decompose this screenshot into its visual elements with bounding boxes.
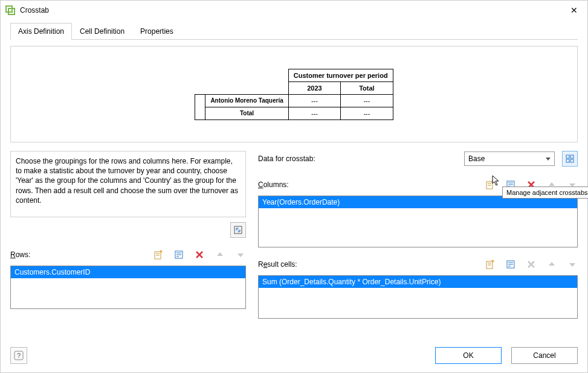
help-button[interactable]: ? bbox=[10, 347, 27, 364]
cursor-icon bbox=[492, 175, 500, 186]
tab-cell-definition[interactable]: Cell Definition bbox=[72, 23, 132, 40]
col-header: 2023 bbox=[288, 81, 340, 94]
delete-row-button[interactable] bbox=[194, 249, 205, 260]
result-label: Result cells: bbox=[258, 260, 297, 269]
edit-result-button[interactable] bbox=[505, 259, 516, 270]
list-item[interactable]: Customers.CustomerID bbox=[11, 266, 245, 278]
dialog-footer: ? OK Cancel bbox=[10, 347, 578, 364]
left-column: Choose the groupings for the rows and co… bbox=[10, 151, 246, 319]
dialog-content: Axis Definition Cell Definition Properti… bbox=[1, 20, 587, 326]
tab-bar: Axis Definition Cell Definition Properti… bbox=[10, 22, 578, 40]
data-select[interactable]: Base bbox=[464, 151, 555, 166]
row-stub bbox=[195, 94, 205, 120]
data-label: Data for crosstab: bbox=[258, 155, 315, 163]
crosstab-table: Customer turnover per period 2023 Total … bbox=[195, 69, 393, 120]
cancel-button[interactable]: Cancel bbox=[511, 347, 578, 364]
svg-rect-13 bbox=[570, 159, 573, 162]
close-button[interactable]: ✕ bbox=[566, 3, 583, 18]
rows-label: Rows: bbox=[10, 250, 30, 259]
crosstab-title: Customer turnover per period bbox=[288, 69, 393, 81]
app-icon bbox=[5, 5, 15, 15]
data-cell: --- bbox=[341, 94, 393, 107]
description-text: Choose the groupings for the rows and co… bbox=[10, 151, 246, 217]
dialog-window: Crosstab ✕ Axis Definition Cell Definiti… bbox=[0, 0, 588, 373]
new-result-button[interactable] bbox=[485, 259, 496, 270]
svg-rect-10 bbox=[566, 155, 569, 158]
result-listbox[interactable]: Sum (Order_Details.Quantity * Order_Deta… bbox=[258, 275, 578, 319]
ok-button[interactable]: OK bbox=[435, 347, 502, 364]
new-row-button[interactable] bbox=[153, 249, 164, 260]
result-header: Result cells: bbox=[258, 257, 578, 272]
tab-properties[interactable]: Properties bbox=[132, 23, 181, 40]
row-header: Antonio Moreno Taquería bbox=[205, 94, 288, 107]
delete-result-button[interactable] bbox=[526, 259, 537, 270]
columns-label: Columns: bbox=[258, 180, 289, 189]
rows-header: Rows: bbox=[10, 247, 246, 262]
tab-axis-definition[interactable]: Axis Definition bbox=[10, 23, 72, 40]
manage-crosstabs-button[interactable] bbox=[562, 151, 578, 167]
data-select-value: Base bbox=[468, 155, 485, 163]
right-column: Data for crosstab: Base Columns: bbox=[258, 151, 578, 319]
rows-listbox[interactable]: Customers.CustomerID bbox=[10, 266, 246, 309]
edit-row-button[interactable] bbox=[173, 249, 184, 260]
move-result-down-button[interactable] bbox=[567, 259, 578, 270]
columns-listbox[interactable]: Year(Orders.OrderDate) bbox=[258, 196, 578, 247]
rows-toolbar bbox=[153, 249, 246, 260]
col-header: Total bbox=[341, 81, 393, 94]
move-row-down-button[interactable] bbox=[235, 249, 246, 260]
data-cell: --- bbox=[341, 107, 393, 120]
move-result-up-button[interactable] bbox=[546, 259, 557, 270]
svg-rect-12 bbox=[566, 159, 569, 162]
title-bar: Crosstab ✕ bbox=[1, 1, 587, 20]
crosstab-preview: Customer turnover per period 2023 Total … bbox=[10, 46, 578, 142]
result-toolbar bbox=[485, 259, 578, 270]
data-cell: --- bbox=[288, 107, 340, 120]
svg-rect-11 bbox=[570, 155, 573, 158]
row-header: Total bbox=[205, 107, 288, 120]
move-row-up-button[interactable] bbox=[215, 249, 225, 260]
window-title: Crosstab bbox=[20, 6, 566, 14]
data-row: Data for crosstab: Base bbox=[258, 151, 578, 167]
svg-text:?: ? bbox=[17, 352, 21, 359]
tooltip: Manage adjacent crosstabs bbox=[502, 186, 588, 199]
expand-preview-button[interactable] bbox=[230, 222, 246, 238]
list-item[interactable]: Sum (Order_Details.Quantity * Order_Deta… bbox=[259, 276, 577, 288]
data-cell: --- bbox=[288, 94, 340, 107]
